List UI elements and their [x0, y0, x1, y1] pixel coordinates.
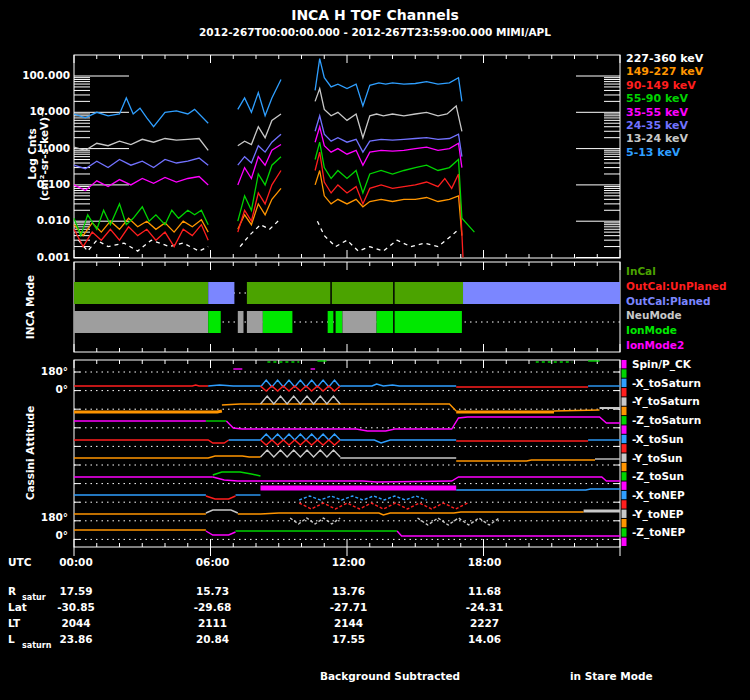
attitude-trace--X_toSun: [74, 440, 229, 443]
attitude-trace--X_toSun: [340, 440, 456, 443]
table-cell: 23.86: [36, 634, 116, 645]
mode-bar-segment: [74, 311, 208, 333]
attitude-trace--Y_toSaturn: [554, 410, 600, 411]
series-13-24 keV: [238, 114, 281, 146]
attitude-key-strip: [622, 510, 627, 518]
table-row-label: Lat: [8, 602, 27, 613]
table-cell: 2111: [173, 618, 253, 629]
attitude-ytick-label: 0°: [0, 384, 68, 395]
attitude-key-strip: [622, 435, 627, 443]
attitude-key-strip: [622, 369, 627, 377]
log-ytick-label: 1.000: [0, 143, 70, 154]
utc-tick-label: 12:00: [309, 557, 389, 568]
series-13-24 keV: [315, 89, 462, 138]
table-cell: 2227: [445, 618, 525, 629]
attitude-trace--X_toNEP: [299, 496, 426, 500]
attitude-series-label: -Z_toSun: [632, 471, 684, 482]
attitude-trace--Y_toSun: [456, 460, 595, 461]
legend-item: 227-360 keV: [626, 53, 703, 64]
panel-frame: [74, 262, 620, 352]
table-cell: -24.31: [445, 602, 525, 613]
series-227-360 keV: [317, 221, 458, 251]
attitude-key-strip: [622, 454, 627, 462]
attitude-key-strip: [622, 538, 627, 546]
attitude-trace--X_toSaturn: [340, 384, 456, 386]
series-35-55 keV: [238, 145, 281, 185]
table-cell: 14.06: [445, 634, 525, 645]
attitude-key-strip: [622, 500, 627, 508]
inca-tof-plot-screen: INCA H TOF Channels 2012-267T00:00:00.00…: [0, 0, 750, 700]
page-title: INCA H TOF Channels: [0, 8, 750, 22]
mode-legend-item: OutCal:UnPlaned: [626, 281, 727, 292]
table-cell: 11.68: [445, 586, 525, 597]
legend-item: 149-227 keV: [626, 66, 703, 77]
attitude-key-strip: [622, 407, 627, 415]
legend-item: 13-24 keV: [626, 133, 688, 144]
attitude-trace--X_toSun: [261, 440, 341, 445]
attitude-trace--X_toNEP: [299, 503, 467, 509]
attitude-key-strip: [622, 397, 627, 405]
series-24-35 keV: [238, 134, 281, 165]
mode-legend-item: InCal: [626, 266, 656, 277]
attitude-key-strip: [622, 360, 627, 368]
attitude-series-label: -Y_toSun: [632, 453, 682, 464]
attitude-trace--Y_toNEP: [206, 510, 238, 513]
attitude-key-strip: [622, 519, 627, 527]
table-row-label: L: [8, 634, 15, 645]
mode-bar-segment: [208, 311, 221, 333]
mode-bar-segment: [377, 311, 462, 333]
table-cell: -29.68: [173, 602, 253, 613]
attitude-key-strip: [622, 388, 627, 396]
attitude-key-strip: [622, 482, 627, 490]
series-35-55 keV: [315, 127, 462, 168]
mode-bar-segment: [463, 282, 620, 304]
attitude-key-strip: [622, 463, 627, 471]
attitude-trace--Y_toSun: [261, 450, 341, 457]
attitude-trace--X_toNEP: [456, 489, 620, 490]
table-cell: -27.71: [309, 602, 389, 613]
utc-tick-label: 06:00: [173, 557, 253, 568]
log-ytick-label: 100.000: [0, 70, 70, 81]
table-cell: 13.76: [309, 586, 389, 597]
attitude-series-label: -X_toSun: [632, 434, 684, 445]
attitude-trace--Y_toSun: [74, 456, 261, 458]
table-cell: 20.84: [173, 634, 253, 645]
series-90-149 keV: [315, 152, 463, 257]
attitude-key-strip: [622, 472, 627, 480]
attitude-ytick-label: 180°: [0, 512, 68, 523]
attitude-series-label: -Y_toNEP: [632, 509, 684, 520]
footer-background-subtracted: Background Subtracted: [320, 671, 460, 682]
attitude-trace--Y_toSaturn: [222, 404, 456, 411]
attitude-key-strip: [622, 528, 627, 536]
mode-bar-segment: [342, 311, 376, 333]
attitude-trace--Y_toNEP: [238, 512, 584, 515]
legend-item: 24-35 keV: [626, 120, 688, 131]
series-24-35 keV: [74, 158, 208, 169]
table-row-label: LT: [8, 618, 20, 629]
mode-bar-segment: [238, 311, 244, 333]
attitude-trace--Y_toSaturn: [74, 411, 222, 412]
log-ytick-label: 0.010: [0, 215, 70, 226]
mode-legend-item: NeuMode: [626, 310, 682, 321]
table-cell: -30.85: [36, 602, 116, 613]
attitude-series-label: -Y_toSaturn: [632, 396, 700, 407]
log-ytick-label: 0.100: [0, 179, 70, 190]
table-cell: 2044: [36, 618, 116, 629]
page-subtitle: 2012-267T00:00:00.000 - 2012-267T23:59:0…: [0, 27, 750, 38]
mode-bar-segment: [328, 311, 334, 333]
series-5-13 keV: [315, 59, 462, 106]
series-227-360 keV: [79, 240, 209, 251]
attitude-key-strip: [622, 444, 627, 452]
mode-bar-segment: [263, 311, 293, 333]
utc-tick-label: 00:00: [36, 557, 116, 568]
table-cell: 2144: [309, 618, 389, 629]
attitude-trace--X_toSaturn: [74, 385, 208, 386]
legend-item: 55-90 keV: [626, 93, 688, 104]
mode-bar-segment: [208, 282, 234, 304]
attitude-trace--X_toNEP: [206, 496, 236, 499]
attitude-trace--Z_toSun: [213, 472, 261, 476]
series-55-90 keV: [74, 204, 208, 236]
attitude-series-label: -Z_toSaturn: [632, 415, 701, 426]
series-5-13 keV: [238, 80, 281, 116]
mode-legend-item: OutCal:Planed: [626, 296, 711, 307]
